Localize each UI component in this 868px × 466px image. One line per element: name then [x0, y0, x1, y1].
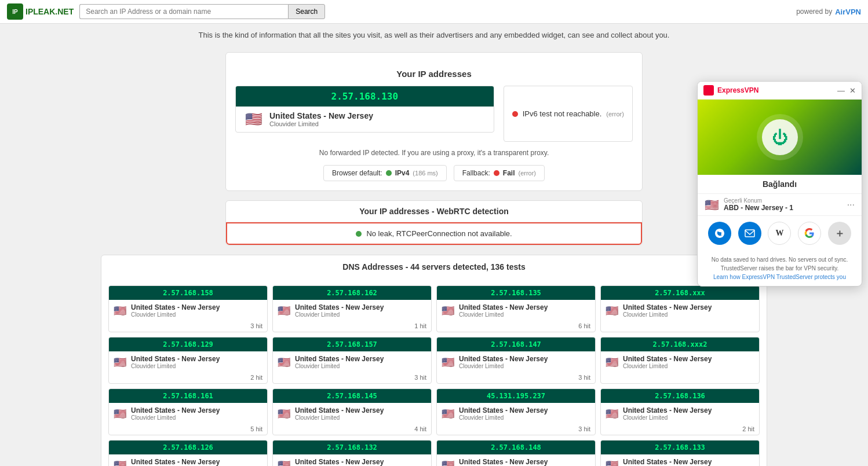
dns-location: United States - New Jersey Clouvider Lim… — [131, 406, 220, 421]
dns-ip: 2.57.168.157 — [273, 337, 431, 351]
dns-server-item: 2.57.168.136 🇺🇸 United States - New Jers… — [600, 388, 760, 435]
ip-right: IPv6 test not reachable. (error) — [504, 86, 633, 142]
dns-flag: 🇺🇸 — [278, 356, 290, 369]
dns-location: United States - New Jersey Clouvider Lim… — [459, 355, 548, 369]
evpn-app-edge[interactable] — [708, 222, 731, 245]
evpn-circle-inner[interactable]: ⏻ — [762, 119, 798, 155]
dns-hits: 6 hit — [437, 321, 595, 332]
evpn-titlebar: ExpressVPN — ✕ — [698, 82, 862, 100]
search-input[interactable] — [79, 4, 288, 19]
dns-org: Clouvider Limited — [459, 311, 548, 318]
dns-country: United States - New Jersey — [131, 303, 220, 311]
dns-server-item: 2.57.168.148 🇺🇸 United States - New Jers… — [436, 440, 596, 466]
ipv6-box: IPv6 test not reachable. (error) — [504, 86, 633, 142]
dns-location: United States - New Jersey Clouvider Lim… — [295, 355, 384, 369]
evpn-controls: — ✕ — [837, 86, 856, 95]
evpn-apps-row: W ＋ — [698, 216, 862, 251]
webrtc-result-text: No leak, RTCPeerConnection not available… — [366, 229, 512, 238]
dns-location: United States - New Jersey Clouvider Lim… — [131, 355, 220, 369]
dns-ip: 2.57.168.133 — [601, 441, 759, 454]
svg-rect-0 — [745, 230, 754, 237]
dns-detail: 🇺🇸 United States - New Jersey Clouvider … — [109, 351, 267, 373]
dns-country: United States - New Jersey — [459, 303, 548, 311]
dns-detail: 🇺🇸 United States - New Jersey Clouvider … — [273, 403, 431, 424]
dns-flag: 🇺🇸 — [278, 304, 290, 317]
evpn-app-wikipedia[interactable]: W — [768, 222, 791, 245]
evpn-trust-link[interactable]: Learn how ExpressVPN TrustedServer prote… — [713, 274, 846, 280]
dns-ip: 2.57.168.129 — [109, 337, 267, 351]
browser-default-label: Browser default: — [332, 169, 382, 177]
webrtc-result: No leak, RTCPeerConnection not available… — [226, 222, 642, 245]
dns-location: United States - New Jersey Clouvider Lim… — [623, 458, 712, 466]
dns-server-item: 2.57.168.132 🇺🇸 United States - New Jers… — [272, 440, 432, 466]
dns-detail: 🇺🇸 United States - New Jersey Clouvider … — [437, 300, 595, 321]
dns-server-item: 2.57.168.157 🇺🇸 United States - New Jers… — [272, 337, 432, 384]
search-button[interactable]: Search — [288, 4, 325, 19]
fallback-dot — [494, 170, 499, 176]
dns-org: Clouvider Limited — [459, 414, 548, 421]
evpn-close-button[interactable]: ✕ — [849, 86, 856, 95]
dns-flag: 🇺🇸 — [114, 304, 126, 317]
dns-detail: 🇺🇸 United States - New Jersey Clouvider … — [601, 403, 759, 424]
evpn-banner: ⏻ — [698, 100, 862, 175]
dns-country: United States - New Jersey — [623, 458, 712, 466]
dns-flag: 🇺🇸 — [114, 356, 126, 369]
dns-country: United States - New Jersey — [459, 355, 548, 363]
fallback-label: Fallback: — [462, 169, 490, 177]
dns-detail: 🇺🇸 United States - New Jersey Clouvider … — [109, 454, 267, 466]
no-forward-text: No forwarded IP detected. If you are usi… — [235, 149, 633, 157]
ip-org: Clouvider Limited — [269, 120, 373, 127]
airvpn-brand: AirVPN — [835, 8, 861, 16]
dns-ip: 45.131.195.237 — [437, 389, 595, 403]
ip-section: Your IP addresses 2.57.168.130 🇺🇸 United… — [225, 52, 643, 191]
dns-hits: 1 hit — [273, 321, 431, 332]
dns-location: United States - New Jersey Clouvider Lim… — [459, 458, 548, 466]
dns-ip: 2.57.168.147 — [437, 337, 595, 351]
dns-detail: 🇺🇸 United States - New Jersey Clouvider … — [437, 403, 595, 424]
dns-ip: 2.57.168.xxx — [601, 286, 759, 300]
evpn-minimize-button[interactable]: — — [837, 86, 845, 95]
dns-country: United States - New Jersey — [295, 406, 384, 414]
ip-left: 2.57.168.130 🇺🇸 United States - New Jers… — [235, 86, 494, 142]
dns-country: United States - New Jersey — [131, 458, 220, 466]
webrtc-section: Your IP addresses - WebRTC detection No … — [225, 200, 643, 245]
dns-server-item: 2.57.168.xxx2 🇺🇸 United States - New Jer… — [600, 337, 760, 384]
fallback-error: (error) — [518, 170, 536, 177]
dns-hits: 4 hit — [273, 424, 431, 435]
header-right: powered by AirVPN — [796, 8, 861, 16]
dns-hits: 3 hit — [273, 373, 431, 383]
ip-box: 2.57.168.130 🇺🇸 United States - New Jers… — [235, 86, 494, 133]
evpn-loc-info: Geçerli Konum ABD - New Jersey - 1 — [724, 197, 793, 212]
dns-country: United States - New Jersey — [131, 406, 220, 414]
evpn-app-google[interactable] — [798, 222, 821, 245]
evpn-logo: ExpressVPN — [703, 85, 758, 96]
dns-detail: 🇺🇸 United States - New Jersey Clouvider … — [109, 300, 267, 321]
dns-org: Clouvider Limited — [459, 363, 548, 369]
dns-hits: 2 hit — [109, 373, 267, 383]
dns-location: United States - New Jersey Clouvider Lim… — [295, 303, 384, 318]
dns-server-item: 2.57.168.162 🇺🇸 United States - New Jers… — [272, 285, 432, 332]
ipv6-dot — [512, 111, 518, 117]
dns-location: United States - New Jersey Clouvider Lim… — [295, 406, 384, 421]
dns-detail: 🇺🇸 United States - New Jersey Clouvider … — [437, 351, 595, 373]
dns-org: Clouvider Limited — [131, 363, 220, 369]
dns-flag: 🇺🇸 — [442, 304, 454, 317]
evpn-power-icon: ⏻ — [772, 128, 788, 147]
dns-title: DNS Addresses - 44 servers detected, 136… — [101, 255, 767, 278]
evpn-app-add[interactable]: ＋ — [828, 222, 851, 245]
browser-row: Browser default: IPv4 (186 ms) Fallback:… — [235, 165, 633, 181]
logo-icon: IP — [7, 3, 23, 20]
dns-server-item: 2.57.168.161 🇺🇸 United States - New Jers… — [108, 388, 268, 435]
evpn-app-mail[interactable] — [738, 222, 761, 245]
dns-hits: 5 hit — [109, 424, 267, 435]
dns-flag: 🇺🇸 — [442, 408, 454, 420]
dns-detail: 🇺🇸 United States - New Jersey Clouvider … — [109, 403, 267, 424]
dns-location: United States - New Jersey Clouvider Lim… — [131, 303, 220, 318]
dns-country: United States - New Jersey — [295, 355, 384, 363]
webrtc-dot — [356, 231, 362, 237]
dns-flag: 🇺🇸 — [606, 356, 618, 369]
dns-location: United States - New Jersey Clouvider Lim… — [459, 406, 548, 421]
dns-server-item: 2.57.168.145 🇺🇸 United States - New Jers… — [272, 388, 432, 435]
evpn-more-button[interactable]: ··· — [847, 200, 855, 210]
dns-country: United States - New Jersey — [623, 406, 712, 414]
